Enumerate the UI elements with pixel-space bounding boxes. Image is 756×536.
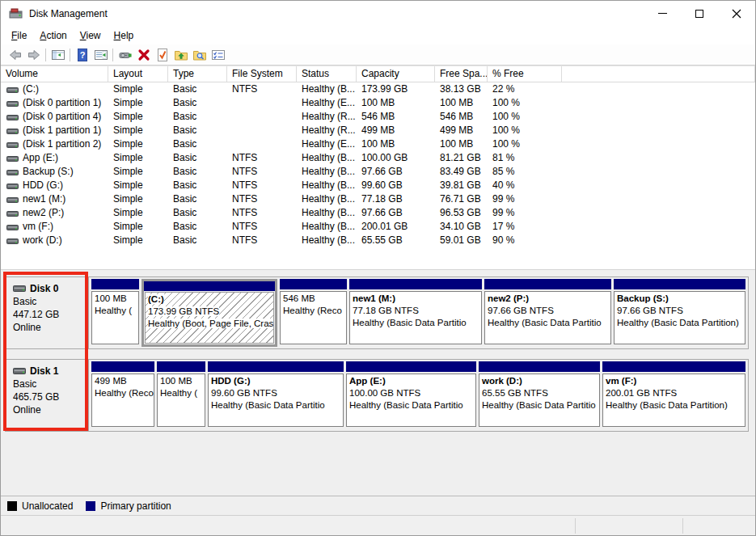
cell-pct: 99 % xyxy=(488,192,562,206)
col-type[interactable]: Type xyxy=(168,66,227,82)
cell-free: 499 MB xyxy=(435,124,488,137)
col-capacity[interactable]: Capacity xyxy=(357,66,435,82)
cell-layout: Simple xyxy=(108,179,168,192)
partition-status: Healthy (Basic Data Partition) xyxy=(606,400,728,410)
table-row[interactable]: (Disk 1 partition 2) Simple Basic Health… xyxy=(1,137,755,151)
cell-pct: 100 % xyxy=(488,110,562,124)
partition-size: 97.66 GB NTFS xyxy=(488,306,554,315)
cell-status: Healthy (B... xyxy=(297,220,357,234)
cell-status: Healthy (R... xyxy=(297,110,357,124)
table-row[interactable]: work (D:) Simple Basic NTFS Healthy (B..… xyxy=(1,234,755,247)
folder-up-button[interactable] xyxy=(171,46,190,64)
toolbar: ? xyxy=(1,44,755,65)
menu-file[interactable]: File xyxy=(5,28,33,43)
cell-capacity: 97.66 GB xyxy=(357,165,435,179)
legend-bar: Unallocated Primary partition xyxy=(1,496,755,516)
forward-button[interactable] xyxy=(24,46,43,64)
delete-x-icon xyxy=(137,48,151,62)
partition-status: Healthy ( xyxy=(160,388,197,398)
volume-icon xyxy=(6,154,19,162)
partition-disk1-recovery[interactable]: 499 MB Healthy (Reco xyxy=(91,361,154,429)
mark-partition-button[interactable] xyxy=(153,46,171,64)
close-button[interactable] xyxy=(718,1,755,26)
delete-button[interactable] xyxy=(134,46,153,64)
cell-layout: Simple xyxy=(108,151,168,165)
table-row[interactable]: (Disk 0 partition 1) Simple Basic Health… xyxy=(1,96,755,110)
primary-partition-bar xyxy=(602,361,745,372)
partition-status: Healthy (Basic Data Partitio xyxy=(211,400,325,410)
back-button[interactable] xyxy=(6,46,24,64)
partition-status: Healthy (Boot, Page File, Cras xyxy=(148,319,273,328)
help-button[interactable]: ? xyxy=(73,46,91,64)
cell-layout: Simple xyxy=(108,234,168,247)
cell-capacity: 546 MB xyxy=(357,110,435,124)
cell-fs: NTFS xyxy=(227,234,297,247)
table-row[interactable]: Backup (S:) Simple Basic NTFS Healthy (B… xyxy=(1,165,755,179)
col-layout[interactable]: Layout xyxy=(108,66,168,82)
cell-free: 81.21 GB xyxy=(435,151,488,165)
partition-disk1-vm[interactable]: vm (F:) 200.01 GB NTFS Healthy (Basic Da… xyxy=(602,361,745,429)
maximize-button[interactable] xyxy=(681,1,718,26)
col-filler xyxy=(562,66,755,82)
cell-status: Healthy (B... xyxy=(297,179,357,192)
table-row[interactable]: (Disk 0 partition 4) Simple Basic Health… xyxy=(1,110,755,124)
col-file-system[interactable]: File System xyxy=(227,66,297,82)
cell-type: Basic xyxy=(168,110,227,124)
cell-pct: 85 % xyxy=(488,165,562,179)
table-row[interactable]: new1 (M:) Simple Basic NTFS Healthy (B..… xyxy=(1,192,755,206)
table-row[interactable]: HDD (G:) Simple Basic NTFS Healthy (B...… xyxy=(1,179,755,192)
disk-1-row: Disk 1 Basic 465.75 GB Online 499 MB Hea… xyxy=(5,359,749,432)
device-view-button[interactable] xyxy=(116,46,134,64)
primary-partition-bar xyxy=(144,281,275,291)
menu-view[interactable]: View xyxy=(74,28,108,43)
table-row[interactable]: (C:) Simple Basic NTFS Healthy (B... 173… xyxy=(1,82,755,96)
cell-type: Basic xyxy=(168,137,227,151)
col-volume[interactable]: Volume xyxy=(1,66,108,82)
menu-action[interactable]: Action xyxy=(33,28,73,43)
cell-status: Healthy (B... xyxy=(297,82,357,96)
cell-capacity: 100 MB xyxy=(357,137,435,151)
disk-kind: Basic xyxy=(13,295,87,308)
primary-partition-swatch xyxy=(86,501,95,511)
export-list-button[interactable] xyxy=(91,46,110,64)
volume-name: App (E:) xyxy=(23,151,58,165)
table-row[interactable]: new2 (P:) Simple Basic NTFS Healthy (B..… xyxy=(1,206,755,220)
disk-1-label[interactable]: Disk 1 Basic 465.75 GB Online xyxy=(6,360,89,431)
cell-fs: NTFS xyxy=(227,82,297,96)
partition-name: HDD (G:) xyxy=(211,376,251,386)
cell-status: Healthy (E... xyxy=(297,96,357,110)
partition-disk0-new2[interactable]: new2 (P:) 97.66 GB NTFS Healthy (Basic D… xyxy=(484,279,611,347)
table-row[interactable]: vm (F:) Simple Basic NTFS Healthy (B... … xyxy=(1,220,755,234)
cell-capacity: 100.00 GB xyxy=(357,151,435,165)
partition-disk0-new1[interactable]: new1 (M:) 77.18 GB NTFS Healthy (Basic D… xyxy=(349,279,482,347)
partition-name: work (D:) xyxy=(482,376,522,386)
partition-name: Backup (S:) xyxy=(617,293,669,303)
folder-search-button[interactable] xyxy=(190,46,209,64)
col-pct-free[interactable]: % Free xyxy=(488,66,562,82)
cell-layout: Simple xyxy=(108,96,168,110)
partition-name: new2 (P:) xyxy=(488,293,529,303)
col-status[interactable]: Status xyxy=(297,66,357,82)
cell-type: Basic xyxy=(168,151,227,165)
console-tree-button[interactable] xyxy=(49,46,67,64)
table-row[interactable]: App (E:) Simple Basic NTFS Healthy (B...… xyxy=(1,151,755,165)
col-free-space[interactable]: Free Spa... xyxy=(435,66,488,82)
partition-disk1-work[interactable]: work (D:) 65.55 GB NTFS Healthy (Basic D… xyxy=(479,361,600,429)
disk-0-label[interactable]: Disk 0 Basic 447.12 GB Online xyxy=(6,277,89,348)
cell-capacity: 97.66 GB xyxy=(357,206,435,220)
partition-disk1-hdd[interactable]: HDD (G:) 99.60 GB NTFS Healthy (Basic Da… xyxy=(208,361,344,429)
volume-name: work (D:) xyxy=(23,234,62,247)
partition-status: Healthy (Basic Data Partitio xyxy=(482,400,596,410)
partition-disk0-backup[interactable]: Backup (S:) 97.66 GB NTFS Healthy (Basic… xyxy=(614,279,745,347)
partition-disk0-recovery[interactable]: 546 MB Healthy (Reco xyxy=(280,279,347,347)
partition-disk0-c[interactable]: (C:) 173.99 GB NTFS Healthy (Boot, Page … xyxy=(141,279,277,347)
primary-partition-bar xyxy=(479,361,600,372)
partition-disk0-efi[interactable]: 100 MB Healthy ( xyxy=(91,279,139,347)
partition-disk1-app[interactable]: App (E:) 100.00 GB NTFS Healthy (Basic D… xyxy=(346,361,476,429)
minimize-button[interactable] xyxy=(644,1,681,26)
cell-layout: Simple xyxy=(108,192,168,206)
partition-disk1-efi[interactable]: 100 MB Healthy ( xyxy=(157,361,205,429)
menu-help[interactable]: Help xyxy=(108,28,141,43)
table-row[interactable]: (Disk 1 partition 1) Simple Basic Health… xyxy=(1,124,755,137)
properties-button[interactable] xyxy=(209,46,227,64)
